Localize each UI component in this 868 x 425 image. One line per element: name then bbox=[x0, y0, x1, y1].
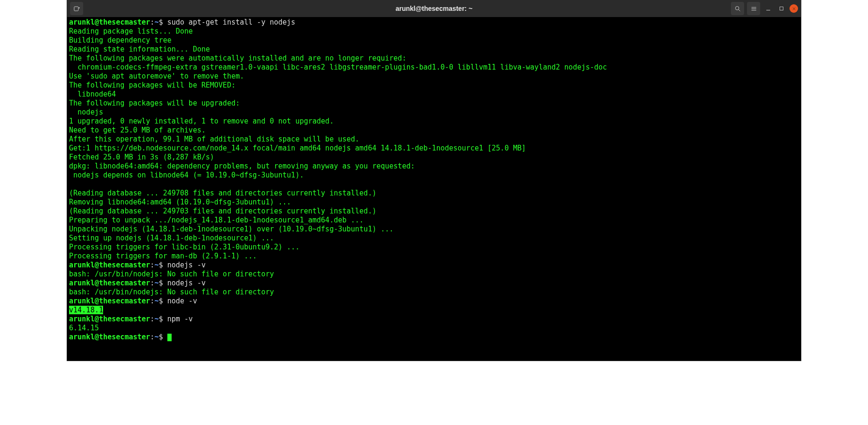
new-tab-button[interactable] bbox=[70, 2, 83, 15]
output-text: Preparing to unpack .../nodejs_14.18.1-d… bbox=[69, 216, 364, 224]
prompt-sigil: $ bbox=[159, 18, 167, 27]
terminal-line: Setting up nodejs (14.18.1-deb-1nodesour… bbox=[69, 234, 799, 243]
prompt-sep: : bbox=[150, 279, 155, 287]
terminal-line: The following packages will be REMOVED: bbox=[69, 81, 799, 90]
output-text: Use 'sudo apt autoremove' to remove them… bbox=[69, 72, 244, 80]
output-text: The following packages will be upgraded: bbox=[69, 99, 240, 107]
output-text: libnode64 bbox=[69, 90, 116, 98]
new-tab-icon bbox=[73, 5, 80, 12]
prompt-sep: : bbox=[150, 261, 155, 269]
command-text: nodejs -v bbox=[167, 279, 206, 287]
titlebar: arunkl@thesecmaster: ~ bbox=[67, 0, 801, 17]
prompt-path: ~ bbox=[155, 18, 159, 27]
output-text: chromium-codecs-ffmpeg-extra gstreamer1.… bbox=[69, 63, 607, 71]
terminal-line: arunkl@thesecmaster:~$ nodejs -v bbox=[69, 279, 799, 288]
terminal-line: Use 'sudo apt autoremove' to remove them… bbox=[69, 72, 799, 81]
prompt-userhost: arunkl@thesecmaster bbox=[69, 333, 150, 341]
svg-point-3 bbox=[735, 6, 739, 10]
terminal-line: 1 upgraded, 0 newly installed, 1 to remo… bbox=[69, 117, 799, 126]
output-text: Processing triggers for man-db (2.9.1-1)… bbox=[69, 252, 257, 260]
output-text: 1 upgraded, 0 newly installed, 1 to remo… bbox=[69, 117, 334, 125]
terminal-line: nodejs bbox=[69, 108, 799, 117]
terminal-line: libnode64 bbox=[69, 90, 799, 99]
terminal-line: Unpacking nodejs (14.18.1-deb-1nodesourc… bbox=[69, 225, 799, 234]
output-text: Unpacking nodejs (14.18.1-deb-1nodesourc… bbox=[69, 225, 393, 233]
svg-rect-0 bbox=[74, 7, 78, 11]
output-text: nodejs depends on libnode64 (= 10.19.0~d… bbox=[69, 171, 304, 179]
terminal-line: The following packages were automaticall… bbox=[69, 54, 799, 63]
terminal-line: Reading package lists... Done bbox=[69, 27, 799, 36]
output-text: Reading package lists... Done bbox=[69, 27, 193, 35]
cursor bbox=[167, 334, 172, 341]
prompt-path: ~ bbox=[155, 333, 159, 341]
terminal-line: (Reading database ... 249703 files and d… bbox=[69, 207, 799, 216]
terminal-line: arunkl@thesecmaster:~$ node -v bbox=[69, 297, 799, 306]
terminal-line bbox=[69, 180, 799, 189]
command-text: nodejs -v bbox=[167, 261, 206, 269]
terminal-window: arunkl@thesecmaster: ~ bbox=[67, 0, 801, 361]
output-text: dpkg: libnode64:amd64: dependency proble… bbox=[69, 162, 415, 170]
command-text: npm -v bbox=[167, 315, 193, 323]
output-text: Processing triggers for libc-bin (2.31-0… bbox=[69, 243, 300, 251]
terminal-line: Reading state information... Done bbox=[69, 45, 799, 54]
terminal-line: The following packages will be upgraded: bbox=[69, 99, 799, 108]
terminal-line: Processing triggers for libc-bin (2.31-0… bbox=[69, 243, 799, 252]
prompt-sep: : bbox=[150, 18, 155, 27]
output-text: Setting up nodejs (14.18.1-deb-1nodesour… bbox=[69, 234, 274, 242]
output-text: nodejs bbox=[69, 108, 103, 116]
prompt-sep: : bbox=[150, 333, 155, 341]
output-text: The following packages were automaticall… bbox=[69, 54, 406, 62]
hamburger-icon bbox=[750, 5, 757, 12]
output-text: bash: /usr/bin/nodejs: No such file or d… bbox=[69, 270, 274, 278]
output-text: After this operation, 99.1 MB of additio… bbox=[69, 135, 359, 143]
terminal-line: arunkl@thesecmaster:~$ sudo apt-get inst… bbox=[69, 18, 799, 27]
command-text: node -v bbox=[167, 297, 197, 305]
prompt-path: ~ bbox=[155, 279, 159, 287]
output-text: (Reading database ... 249703 files and d… bbox=[69, 207, 376, 215]
output-text: (Reading database ... 249708 files and d… bbox=[69, 189, 376, 197]
output-text: 6.14.15 bbox=[69, 324, 99, 332]
prompt-sep: : bbox=[150, 297, 155, 305]
terminal-line: After this operation, 99.1 MB of additio… bbox=[69, 135, 799, 144]
terminal-body[interactable]: arunkl@thesecmaster:~$ sudo apt-get inst… bbox=[67, 17, 801, 361]
output-text: Building dependency tree bbox=[69, 36, 172, 44]
terminal-line: v14.18.1 bbox=[69, 306, 799, 315]
terminal-line: 6.14.15 bbox=[69, 324, 799, 333]
output-text: Removing libnode64:amd64 (10.19.0~dfsg-3… bbox=[69, 198, 291, 206]
maximize-icon bbox=[779, 6, 784, 11]
output-text: bash: /usr/bin/nodejs: No such file or d… bbox=[69, 288, 274, 296]
window-title: arunkl@thesecmaster: ~ bbox=[67, 5, 801, 12]
prompt-path: ~ bbox=[155, 315, 159, 323]
prompt-sigil: $ bbox=[159, 297, 167, 305]
output-text: Fetched 25.0 MB in 3s (8,287 kB/s) bbox=[69, 153, 214, 161]
terminal-line: arunkl@thesecmaster:~$ bbox=[69, 333, 799, 342]
prompt-userhost: arunkl@thesecmaster bbox=[69, 261, 150, 269]
terminal-line: nodejs depends on libnode64 (= 10.19.0~d… bbox=[69, 171, 799, 180]
output-text: Need to get 25.0 MB of archives. bbox=[69, 126, 206, 134]
prompt-userhost: arunkl@thesecmaster bbox=[69, 279, 150, 287]
terminal-line: Need to get 25.0 MB of archives. bbox=[69, 126, 799, 135]
terminal-line: Building dependency tree bbox=[69, 36, 799, 45]
terminal-line: arunkl@thesecmaster:~$ npm -v bbox=[69, 315, 799, 324]
terminal-line: Fetched 25.0 MB in 3s (8,287 kB/s) bbox=[69, 153, 799, 162]
search-button[interactable] bbox=[731, 2, 744, 15]
svg-line-4 bbox=[738, 9, 740, 11]
minimize-icon bbox=[765, 5, 772, 12]
prompt-userhost: arunkl@thesecmaster bbox=[69, 315, 150, 323]
search-icon bbox=[734, 5, 741, 12]
menu-button[interactable] bbox=[747, 2, 760, 15]
terminal-line: Preparing to unpack .../nodejs_14.18.1-d… bbox=[69, 216, 799, 225]
minimize-button[interactable] bbox=[763, 3, 773, 14]
close-icon bbox=[792, 7, 796, 11]
terminal-line: bash: /usr/bin/nodejs: No such file or d… bbox=[69, 288, 799, 297]
prompt-sigil: $ bbox=[159, 261, 167, 269]
prompt-sigil: $ bbox=[159, 315, 167, 323]
terminal-line: chromium-codecs-ffmpeg-extra gstreamer1.… bbox=[69, 63, 799, 72]
maximize-button[interactable] bbox=[776, 3, 787, 14]
terminal-line: (Reading database ... 249708 files and d… bbox=[69, 189, 799, 198]
close-button[interactable] bbox=[790, 4, 798, 13]
terminal-line: Get:1 https://deb.nodesource.com/node_14… bbox=[69, 144, 799, 153]
output-text bbox=[69, 180, 73, 188]
output-text: The following packages will be REMOVED: bbox=[69, 81, 235, 89]
highlighted-output: v14.18.1 bbox=[69, 306, 103, 314]
